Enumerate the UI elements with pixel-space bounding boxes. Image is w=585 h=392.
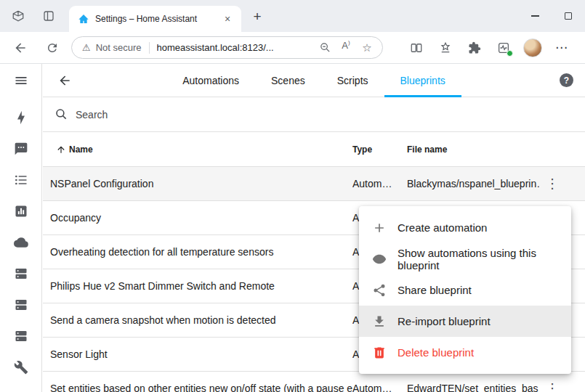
menu-item-label: Re-import blueprint bbox=[398, 315, 491, 327]
menu-item-label: Delete blueprint bbox=[398, 346, 474, 359]
tab-scenes[interactable]: Scenes bbox=[255, 64, 321, 97]
back-button[interactable] bbox=[7, 35, 33, 61]
minimize-button[interactable] bbox=[518, 0, 552, 32]
tab-automations[interactable]: Automations bbox=[166, 64, 255, 97]
tab-blueprints[interactable]: Blueprints bbox=[384, 64, 461, 97]
address-bar[interactable]: ⚠ Not secure homeassistant.local:8123/..… bbox=[71, 36, 383, 59]
menu-item-label: Share blueprint bbox=[398, 284, 472, 296]
browser-navbar: ⚠ Not secure homeassistant.local:8123/..… bbox=[0, 32, 585, 64]
sort-asc-icon[interactable] bbox=[56, 144, 69, 155]
zoom-icon[interactable] bbox=[317, 40, 333, 56]
maximize-icon bbox=[565, 12, 572, 20]
menu-item-create-automation[interactable]: Create automation bbox=[359, 212, 571, 243]
essentials-status-badge bbox=[507, 50, 513, 57]
menu-item-label: Show automations using this blueprint bbox=[398, 247, 571, 271]
row-type: Autom… bbox=[352, 178, 407, 189]
url-text[interactable]: homeassistant.local:8123/... bbox=[157, 42, 312, 53]
trash-icon bbox=[372, 346, 387, 360]
tab-close-icon[interactable]: × bbox=[221, 12, 234, 25]
row-type: Autom… bbox=[352, 383, 407, 392]
security-label: Not secure bbox=[96, 42, 142, 53]
row-name: Sensor Light bbox=[50, 348, 352, 360]
tab-title: Settings – Home Assistant bbox=[95, 14, 215, 24]
column-type[interactable]: Type bbox=[352, 144, 407, 155]
row-name: Occupancy bbox=[50, 212, 352, 224]
search-icon bbox=[55, 107, 68, 121]
ha-header: Automations Scenes Scripts Blueprints ? bbox=[43, 64, 585, 97]
tools-wrench-icon[interactable] bbox=[13, 359, 29, 375]
maximize-button[interactable] bbox=[552, 0, 585, 32]
new-tab-button[interactable]: + bbox=[248, 7, 267, 26]
chart-icon[interactable] bbox=[13, 203, 29, 219]
row-name: Philips Hue v2 Smart Dimmer Switch and R… bbox=[50, 280, 352, 292]
browser-window: Settings – Home Assistant × + ✕ ⚠ Not se… bbox=[0, 0, 585, 392]
help-icon[interactable]: ? bbox=[560, 73, 573, 87]
table-row[interactable]: Set entities based on other entities new… bbox=[43, 372, 585, 392]
favorites-icon[interactable] bbox=[431, 35, 460, 61]
titlebar: Settings – Home Assistant × + ✕ bbox=[0, 0, 585, 32]
sidebar-icons bbox=[13, 110, 29, 375]
ha-sidebar bbox=[0, 64, 42, 392]
plus-icon bbox=[372, 221, 387, 235]
home-assistant-favicon bbox=[78, 13, 89, 25]
row-name: Send a camera snapshot when motion is de… bbox=[50, 314, 352, 326]
list-icon[interactable] bbox=[13, 172, 29, 188]
window-controls: ✕ bbox=[518, 0, 585, 32]
avatar bbox=[523, 38, 542, 57]
row-overflow-menu-icon[interactable]: ⋮ bbox=[544, 380, 561, 392]
tab-actions-icon[interactable] bbox=[36, 4, 61, 28]
not-secure-warning-icon[interactable]: ⚠ bbox=[82, 43, 91, 52]
row-name: Overheating detection for all temperatur… bbox=[50, 246, 352, 258]
menu-item-share-blueprint[interactable]: Share blueprint bbox=[359, 274, 571, 306]
column-name[interactable]: Name bbox=[69, 144, 352, 155]
row-name: NSPanel Configuration bbox=[50, 178, 352, 189]
tab-scripts[interactable]: Scripts bbox=[321, 64, 384, 97]
ha-tab-bar: Automations Scenes Scripts Blueprints bbox=[43, 64, 585, 97]
column-file[interactable]: File name bbox=[407, 144, 539, 155]
row-name: Set entities based on other entities new… bbox=[50, 383, 352, 392]
browser-tab[interactable]: Settings – Home Assistant × bbox=[69, 6, 241, 32]
menu-item-reimport-blueprint[interactable]: Re-import blueprint bbox=[359, 306, 571, 337]
refresh-button[interactable] bbox=[39, 35, 65, 61]
cloud-icon[interactable] bbox=[13, 234, 29, 250]
row-file: Blackymas/nspanel_blueprin… bbox=[407, 178, 539, 189]
extensions-icon[interactable] bbox=[460, 35, 489, 61]
menu-item-show-automations[interactable]: Show automations using this blueprint bbox=[359, 243, 571, 274]
row-file: EdwardTEN/set_entities_bas… bbox=[407, 383, 539, 392]
sidebar-menu-icon[interactable] bbox=[0, 64, 41, 97]
navbar-right-icons: ⋯ bbox=[402, 35, 576, 61]
context-menu: Create automation Show automations using… bbox=[359, 206, 571, 374]
split-screen-icon[interactable] bbox=[402, 35, 431, 61]
eye-icon bbox=[372, 252, 387, 266]
minimize-icon bbox=[531, 15, 539, 16]
settings-more-icon[interactable]: ⋯ bbox=[547, 35, 576, 61]
menu-item-delete-blueprint[interactable]: Delete blueprint bbox=[359, 337, 571, 368]
energy-lightning-icon[interactable] bbox=[13, 110, 29, 126]
chat-icon[interactable] bbox=[13, 141, 29, 157]
menu-item-label: Create automation bbox=[398, 221, 487, 234]
read-aloud-icon[interactable]: A) bbox=[338, 40, 354, 56]
address-divider bbox=[149, 42, 150, 54]
table-header: Name Type File name bbox=[43, 132, 585, 167]
server-icon-3[interactable] bbox=[13, 328, 29, 344]
table-row[interactable]: NSPanel Configuration Autom… Blackymas/n… bbox=[43, 167, 585, 201]
search-bar bbox=[43, 97, 585, 132]
search-input[interactable] bbox=[76, 109, 294, 121]
favorite-star-icon[interactable]: ☆ bbox=[359, 40, 375, 56]
share-icon bbox=[372, 283, 387, 298]
browser-essentials-icon[interactable] bbox=[489, 35, 518, 61]
server-icon-1[interactable] bbox=[13, 266, 29, 282]
profile-avatar[interactable] bbox=[518, 35, 547, 61]
row-overflow-menu-icon[interactable]: ⋮ bbox=[544, 175, 561, 192]
workspaces-icon[interactable] bbox=[6, 4, 31, 28]
server-icon-2[interactable] bbox=[13, 297, 29, 313]
import-download-icon bbox=[372, 314, 387, 329]
